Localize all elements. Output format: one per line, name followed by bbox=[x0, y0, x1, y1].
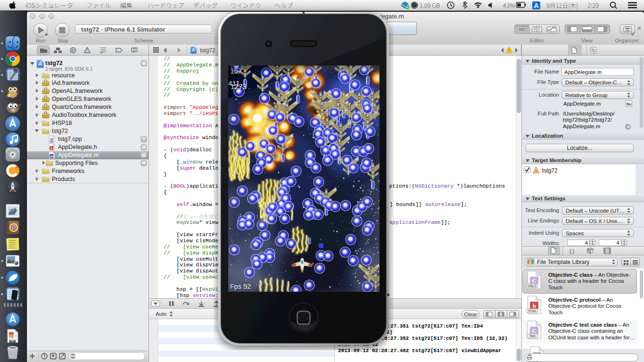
svg-text:iHSP18: iHSP18 bbox=[52, 120, 72, 126]
svg-text:View: View bbox=[581, 38, 593, 43]
svg-text:Obj-C: Obj-C bbox=[528, 284, 537, 288]
svg-text:@: @ bbox=[11, 224, 16, 230]
svg-text:C: C bbox=[532, 278, 537, 284]
svg-text:C: C bbox=[532, 328, 537, 334]
svg-text:resource: resource bbox=[52, 72, 75, 79]
svg-text:AudioToolbox.framework: AudioToolbox.framework bbox=[52, 112, 117, 118]
svg-text:Supporting Files: Supporting Files bbox=[55, 160, 98, 166]
svg-text:Organizer: Organizer bbox=[615, 38, 639, 43]
svg-text:tstg7.cpp: tstg7.cpp bbox=[58, 136, 82, 142]
svg-text:Test: Test bbox=[529, 334, 536, 337]
svg-text:m: m bbox=[50, 154, 53, 158]
svg-text:?: ? bbox=[142, 137, 145, 142]
svg-text:PDF: PDF bbox=[10, 340, 15, 343]
svg-text:M: M bbox=[142, 161, 146, 165]
svg-text:QuartzCore.framework: QuartzCore.framework bbox=[52, 104, 112, 110]
svg-text:Proto: Proto bbox=[528, 309, 537, 313]
svg-text:h: h bbox=[533, 303, 536, 309]
svg-text:A: A bbox=[534, 2, 538, 9]
svg-text:C+: C+ bbox=[50, 138, 54, 142]
svg-text:tstg72: tstg72 bbox=[52, 128, 68, 134]
svg-text:M: M bbox=[142, 145, 146, 150]
svg-text:{}: {} bbox=[569, 249, 575, 255]
svg-text:Frameworks: Frameworks bbox=[52, 168, 84, 174]
svg-text:M: M bbox=[142, 61, 146, 66]
svg-text:Editor: Editor bbox=[530, 38, 544, 43]
svg-text:OpenAL.framework: OpenAL.framework bbox=[52, 88, 103, 94]
svg-text:M: M bbox=[142, 153, 146, 158]
svg-text:AppDelegate.m: AppDelegate.m bbox=[58, 152, 99, 158]
svg-text:OpenGLES.framework: OpenGLES.framework bbox=[52, 96, 111, 102]
svg-text:AppDelegate.h: AppDelegate.h bbox=[58, 144, 97, 150]
svg-text:h: h bbox=[50, 146, 53, 150]
svg-text:Products: Products bbox=[52, 176, 75, 182]
svg-text:iAd.framework: iAd.framework bbox=[52, 80, 90, 86]
